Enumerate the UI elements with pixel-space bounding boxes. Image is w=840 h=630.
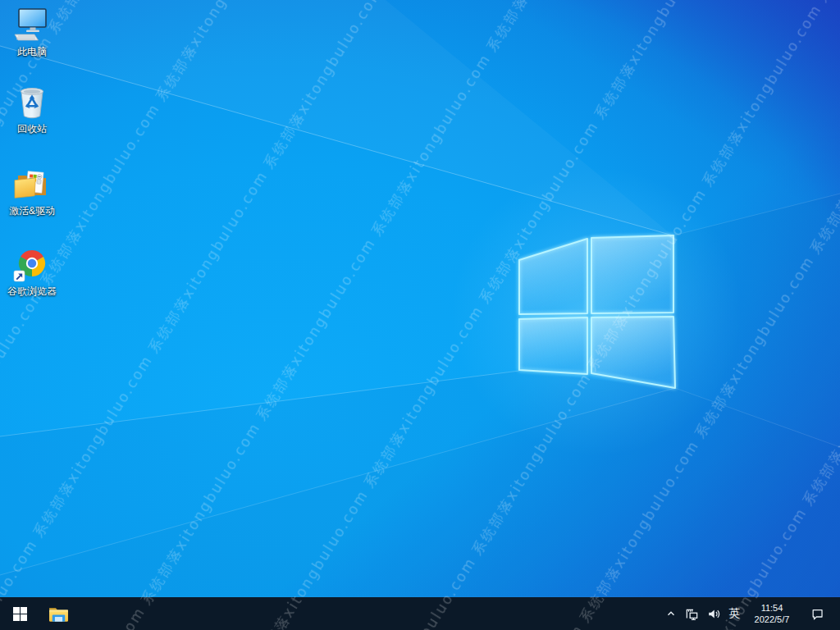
chrome-icon	[12, 246, 52, 282]
recycle-bin-icon	[12, 84, 52, 120]
wallpaper	[0, 0, 840, 630]
desktop-icon-label: 激活&驱动	[1, 206, 63, 217]
tray-chevron-button[interactable]	[661, 597, 681, 630]
windows-logo-icon	[13, 607, 27, 621]
file-explorer-button[interactable]	[39, 597, 77, 630]
desktop-icon-activation-driver[interactable]: 激活&驱动	[1, 166, 63, 217]
open-folder-icon	[12, 166, 52, 202]
file-explorer-icon	[48, 605, 69, 623]
desktop-icon-chrome[interactable]: 谷歌浏览器	[1, 246, 63, 298]
clock[interactable]: 11:54 2022/5/7	[745, 597, 799, 630]
chevron-up-icon	[664, 607, 678, 620]
desktop-icon-label: 回收站	[1, 124, 63, 135]
volume-button[interactable]	[702, 597, 724, 630]
computer-icon	[12, 7, 52, 43]
windows-flag-logo	[519, 235, 675, 388]
desktop-icon-label: 谷歌浏览器	[1, 286, 63, 298]
action-center-button[interactable]	[799, 597, 835, 630]
language-indicator[interactable]: 英	[724, 597, 745, 630]
clock-date: 2022/5/7	[755, 614, 790, 625]
action-center-icon	[810, 607, 824, 621]
desktop: 此电脑 回收站	[0, 0, 840, 630]
desktop-icon-this-pc[interactable]: 此电脑	[1, 7, 63, 58]
taskbar: 英 11:54 2022/5/7	[0, 597, 840, 630]
desktop-icon-recycle-bin[interactable]: 回收站	[1, 84, 63, 135]
start-button[interactable]	[0, 597, 39, 630]
shortcut-arrow-icon	[14, 271, 25, 281]
speaker-icon	[706, 607, 720, 621]
clock-time: 11:54	[761, 602, 783, 614]
desktop-icon-label: 此电脑	[1, 47, 63, 58]
ethernet-icon	[685, 607, 699, 621]
network-button[interactable]	[681, 597, 702, 630]
system-tray: 英 11:54 2022/5/7	[661, 597, 840, 630]
